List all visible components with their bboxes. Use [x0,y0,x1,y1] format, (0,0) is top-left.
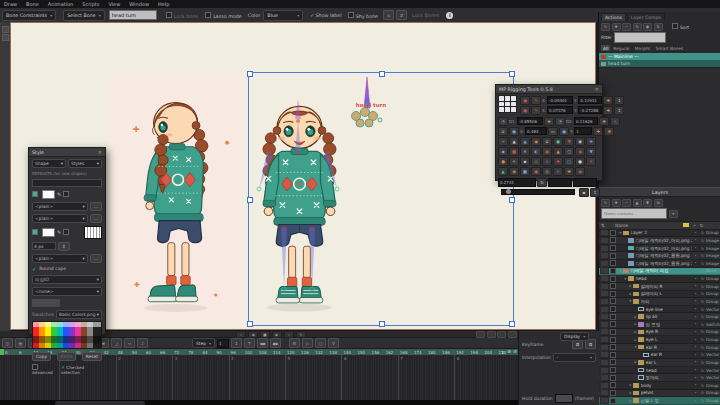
layer-visibility-icon[interactable]: • [692,284,699,288]
layer-row[interactable]: ▸pelvis•↻Group [599,390,720,398]
rig-ruler-icon[interactable]: ▭ [548,127,558,136]
rig-aux-field[interactable] [548,178,572,187]
selection-handle[interactable] [379,71,385,77]
rig-tool-icon[interactable]: ◆ [498,147,508,156]
select-bone-dropdown[interactable]: Select Bone▾ [63,10,105,21]
actions-category-regular[interactable]: Regular [611,45,631,51]
layer-visibility-icon[interactable]: • [692,345,699,349]
style1-dropdown[interactable]: 리깅02▾ [32,275,102,284]
rig-apply-icon[interactable]: ✚ [603,96,613,105]
bone-channel-icon[interactable]: Đ [289,338,300,348]
swatches-dropdown[interactable]: Basic Colors.png▾ [56,310,102,319]
layer-row[interactable]: ▸ear L•↻Group [599,359,720,367]
toggle-button[interactable] [476,331,485,338]
action-row[interactable]: — Mainline — [599,53,720,60]
rig-tool-icon[interactable]: ◇ [542,167,552,176]
rig-tool-icon[interactable]: ▪ [520,157,530,166]
step-forward-button[interactable]: » [284,331,294,338]
layer-sync-icon[interactable]: ↻ [699,230,706,235]
rig-tool-icon[interactable]: ▼ [586,147,596,156]
rig-tool-icon[interactable]: ✕ [520,147,530,156]
fill-effect2-more-button[interactable]: ... [90,214,102,223]
zoom-value-field[interactable]: 2 [501,350,504,355]
menu-scripts[interactable]: Scripts [82,1,99,7]
rig-apply-icon[interactable]: ✚ [599,117,609,126]
actions-category-morphs[interactable]: Morphs [633,45,653,51]
selection-handle[interactable] [509,71,515,77]
marker-icon[interactable]: ▤ [15,338,26,348]
lasso-mode-checkbox[interactable]: Lasso mode [205,12,242,19]
layer-row[interactable]: head•↻Vector [599,367,720,375]
show-label-checkbox[interactable]: ✓Show label [310,12,341,18]
rig-apply-icon[interactable]: ✚ [593,127,603,136]
bone-color-dropdown[interactable]: Blue▾ [263,10,303,21]
layer-visibility-icon[interactable]: • [692,383,699,387]
display-dropdown[interactable]: Display▾ [560,332,589,341]
step-dropdown[interactable]: Step▾ [192,338,215,348]
layer-row[interactable]: 디테일 캐릭터02_머리.png 2•↻Image [599,237,720,245]
refresh-icon[interactable]: ↻ [601,23,610,31]
arrow-icon[interactable]: ⇅ [654,23,663,31]
layer-visibility-icon[interactable]: • [692,360,699,364]
rig-star-icon[interactable]: ✱ [604,127,614,136]
collapsed-tool-icon[interactable] [2,34,9,41]
stroke-color-swatch[interactable] [42,228,55,237]
interpolation-dropdown[interactable]: -▾ [553,353,596,362]
rig-tool-icon[interactable]: ✚ [553,157,563,166]
rig-y3-field[interactable]: 1 [574,127,592,135]
layer-sync-icon[interactable]: ↻ [699,268,706,273]
round-caps-checkbox[interactable]: ✓Round caps [29,264,105,273]
next-keyframe-icon[interactable]: ◆▶ [270,338,281,348]
rig-tool-icon[interactable]: ◆ [575,147,585,156]
new-action-icon[interactable]: ✚ [612,23,621,31]
menu-view[interactable]: View [108,1,120,7]
stroke-enabled-checkbox[interactable] [32,229,38,235]
color-palette[interactable] [32,321,102,349]
color-column-icon[interactable] [683,223,689,227]
stop-button[interactable]: ■ [260,331,270,338]
rig-stepper-icon[interactable]: ↕ [590,188,600,197]
rig-refresh-icon[interactable]: ↻ [537,178,547,187]
menu-help[interactable]: Help [158,1,169,7]
layer-sync-icon[interactable]: ↻ [699,299,706,304]
hold-duration-field[interactable] [555,394,573,403]
graph-mode-icon[interactable]: ◿ [111,338,122,348]
layer-row[interactable]: ▸신발 L 앞•↻Group [599,397,720,405]
layer-sync-icon[interactable]: ↻ [699,368,706,373]
rig-tool-icon[interactable]: ✚ [564,167,574,176]
rig-point-icon[interactable]: ● [559,127,569,136]
reset-button[interactable]: Reset [82,352,102,361]
move-down-icon[interactable]: ▼ [643,199,652,207]
rig-tool-icon[interactable]: ▲ [509,137,519,146]
rig-tool-icon[interactable]: ✕ [586,157,596,166]
selection-handle[interactable] [509,197,515,203]
action-row[interactable]: head turn [599,60,720,67]
rig-apply-icon[interactable]: ✚ [603,106,613,115]
rig-tool-icon[interactable]: ● [498,157,508,166]
rig-tool-icon[interactable]: ● [531,167,541,176]
fill-enabled-checkbox[interactable] [32,191,38,197]
layer-visibility-icon[interactable]: • [692,292,699,296]
rig-aux-field[interactable] [573,178,597,187]
selection-handle[interactable] [379,321,385,327]
brush-preview[interactable] [84,226,102,239]
rig-tool-icon[interactable]: ▲ [553,147,563,156]
layer-visibility-icon[interactable]: • [692,261,699,265]
rig-tool-icon[interactable]: ● [553,137,563,146]
layer-sync-icon[interactable]: ↻ [699,314,706,319]
rig-tool-icon[interactable]: ◉ [575,137,585,146]
rig-dial-icon[interactable]: ◔ [498,117,508,126]
zoom-out-icon[interactable]: ⊖ [513,349,517,354]
layer-visibility-icon[interactable]: • [692,299,699,303]
copy-button[interactable]: Copy [32,352,51,361]
layer-sync-icon[interactable]: ↻ [699,322,706,327]
layer-row[interactable]: ▾머리•↻Group [599,298,720,306]
layer-sync-icon[interactable]: ↻ [699,383,706,388]
rig-panel-titlebar[interactable]: MP Rigging Tools 0.5.8✕ [496,85,602,94]
rig-tool-icon[interactable]: ▲ [498,167,508,176]
layer-visibility-icon[interactable]: • [692,338,699,342]
rig-record-icon[interactable]: ● [520,106,530,115]
rig-bottom-value-field[interactable]: 0.2741 [498,178,536,187]
horizontal-scrollbar[interactable] [55,401,145,405]
close-icon[interactable]: ✕ [595,86,599,92]
